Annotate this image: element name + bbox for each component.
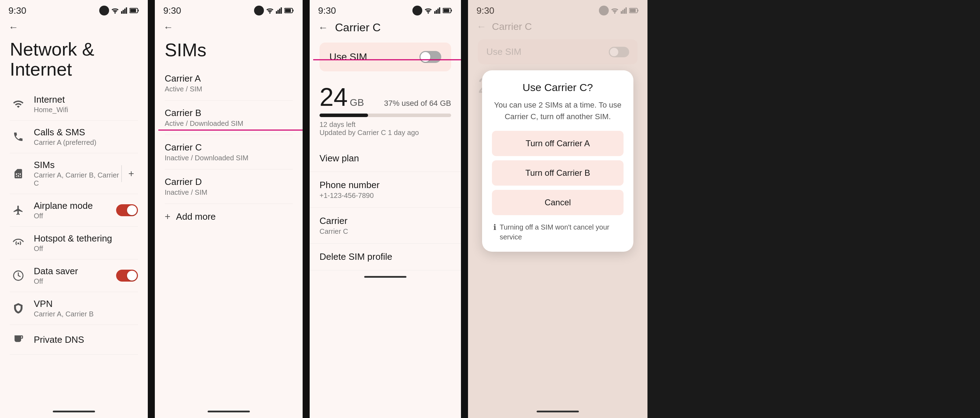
carrier-a-status: Active / SIM <box>165 85 293 93</box>
settings-item-data-saver[interactable]: Data saver Off <box>10 260 138 292</box>
phone-number-item[interactable]: Phone number +1-123-456-7890 <box>310 172 461 208</box>
updated-by: Updated by Carrier C 1 day ago <box>320 129 451 137</box>
bottom-bar-3 <box>310 270 461 283</box>
dialog-title: Use Carrier C? <box>492 82 624 93</box>
internet-title: Internet <box>34 94 138 105</box>
svg-rect-3 <box>124 9 126 14</box>
wifi-status-icon <box>111 7 119 14</box>
data-saver-toggle[interactable] <box>116 270 138 282</box>
svg-rect-20 <box>434 11 436 14</box>
info-icon: ℹ <box>493 223 496 232</box>
airplane-text: Airplane mode Off <box>34 200 116 220</box>
internet-subtitle: Home_Wifi <box>34 106 138 114</box>
carrier-c-status: Inactive / Downloaded SIM <box>165 154 293 162</box>
wifi-status-icon-2 <box>266 7 274 14</box>
svg-rect-1 <box>121 11 123 14</box>
delete-sim-item[interactable]: Delete SIM profile <box>310 244 461 270</box>
status-icons-3 <box>412 6 452 16</box>
hotspot-subtitle: Off <box>34 245 138 253</box>
private-dns-title: Private DNS <box>34 334 138 345</box>
settings-item-airplane[interactable]: Airplane mode Off <box>10 194 138 227</box>
hotspot-title: Hotspot & tethering <box>34 233 138 244</box>
carrier-c-header-title: Carrier C <box>335 21 381 34</box>
svg-rect-16 <box>285 9 291 12</box>
airplane-toggle-knob <box>127 205 137 215</box>
settings-item-sims[interactable]: SIMs Carrier A, Carrier B, Carrier C + <box>10 153 138 194</box>
status-bar-2: 9:30 <box>155 0 302 18</box>
airplane-subtitle: Off <box>34 212 116 220</box>
svg-point-19 <box>428 12 429 14</box>
home-indicator-2 <box>208 411 250 412</box>
carrier-d-item[interactable]: Carrier D Inactive / SIM <box>165 169 293 204</box>
sim-divider: + <box>121 165 138 182</box>
svg-rect-26 <box>443 9 449 12</box>
airplane-title: Airplane mode <box>34 200 116 211</box>
battery-status-icon-3 <box>443 8 452 13</box>
svg-rect-2 <box>123 10 124 14</box>
carrier-b-item[interactable]: Carrier B Active / Downloaded SIM <box>165 101 293 135</box>
panel-carrier-c: 9:30 ← Carrier C <box>310 0 461 418</box>
svg-rect-21 <box>436 10 438 14</box>
back-button-1[interactable]: ← <box>0 18 148 36</box>
svg-rect-22 <box>438 9 439 14</box>
add-more-item[interactable]: + Add more <box>165 204 293 229</box>
settings-item-vpn[interactable]: VPN Carrier A, Carrier B <box>10 292 138 325</box>
carrier-c-item[interactable]: Carrier C Inactive / Downloaded SIM <box>165 135 293 169</box>
airplane-toggle[interactable] <box>116 204 138 216</box>
back-arrow-icon-1: ← <box>8 22 18 33</box>
sims-text: SIMs Carrier A, Carrier B, Carrier C <box>34 160 121 187</box>
svg-rect-13 <box>281 7 282 14</box>
add-sim-button[interactable]: + <box>124 167 138 180</box>
separator-1 <box>148 0 155 418</box>
data-number: 24 <box>320 82 348 111</box>
dialog-footer: ℹ Turning off a SIM won't cancel your se… <box>492 222 624 242</box>
signal-status-icon-2 <box>276 7 282 14</box>
bottom-bar-4 <box>468 405 648 418</box>
panel-network-internet: 9:30 ← Network <box>0 0 148 418</box>
data-saver-toggle-knob <box>127 271 137 280</box>
camera-dot-3 <box>412 6 422 16</box>
calls-sms-title: Calls & SMS <box>34 127 138 138</box>
turn-off-carrier-b-button[interactable]: Turn off Carrier B <box>492 160 624 185</box>
cancel-button[interactable]: Cancel <box>492 190 624 215</box>
calls-sms-subtitle: Carrier A (preferred) <box>34 139 138 147</box>
back-arrow-icon-3[interactable]: ← <box>318 22 328 33</box>
wifi-icon <box>10 96 27 112</box>
carrier-c-header: ← Carrier C <box>310 18 461 37</box>
carrier-d-status: Inactive / SIM <box>165 188 293 196</box>
home-indicator-4 <box>537 411 579 412</box>
settings-item-internet[interactable]: Internet Home_Wifi <box>10 88 138 120</box>
use-carrier-c-dialog: Use Carrier C? You can use 2 SIMs at a t… <box>482 70 633 252</box>
data-saver-text: Data saver Off <box>34 266 116 285</box>
sim-icon <box>10 165 27 182</box>
use-sim-card[interactable]: Use SIM <box>320 43 451 71</box>
use-sim-label: Use SIM <box>329 51 367 63</box>
carrier-c-name: Carrier C <box>165 142 293 153</box>
settings-item-hotspot[interactable]: Hotspot & tethering Off <box>10 227 138 260</box>
camera-dot-2 <box>254 6 264 16</box>
turn-off-carrier-a-button[interactable]: Turn off Carrier A <box>492 131 624 156</box>
svg-rect-25 <box>451 10 452 12</box>
panel-carrier-c-dialog: 9:30 ← Car <box>468 0 648 418</box>
svg-rect-15 <box>293 10 293 12</box>
svg-point-0 <box>115 12 116 14</box>
back-button-2[interactable]: ← <box>155 18 302 36</box>
settings-item-calls-sms[interactable]: Calls & SMS Carrier A (preferred) <box>10 120 138 153</box>
view-plan-item[interactable]: View plan <box>310 145 461 172</box>
svg-rect-23 <box>439 7 441 14</box>
battery-status-icon <box>129 8 139 13</box>
data-saver-subtitle: Off <box>34 277 116 285</box>
bottom-bar-2 <box>155 405 302 418</box>
carrier-a-item[interactable]: Carrier A Active / SIM <box>165 66 293 101</box>
data-usage-right: 37% used of 64 GB <box>384 99 451 108</box>
hotspot-icon <box>10 234 27 251</box>
data-amount: 24 GB 37% used of 64 GB <box>320 82 451 111</box>
view-plan-label: View plan <box>320 153 451 164</box>
data-unit: GB <box>350 97 364 108</box>
status-bar-3: 9:30 <box>310 0 461 18</box>
use-sim-toggle[interactable] <box>420 51 441 63</box>
carrier-item[interactable]: Carrier Carrier C <box>310 208 461 244</box>
battery-status-icon-2 <box>284 8 294 13</box>
home-indicator-3 <box>364 276 406 278</box>
settings-item-private-dns[interactable]: Private DNS <box>10 325 138 355</box>
